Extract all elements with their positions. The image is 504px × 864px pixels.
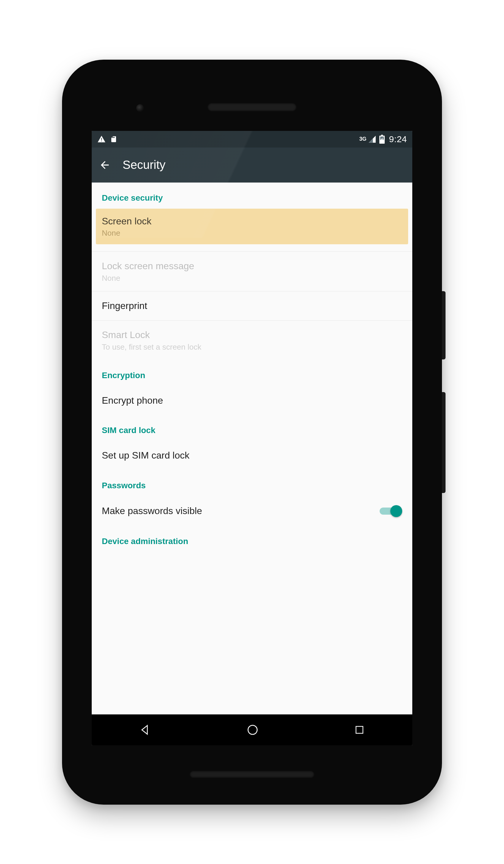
row-title: Smart Lock <box>102 329 402 341</box>
row-setup-sim-lock[interactable]: Set up SIM card lock <box>92 441 412 470</box>
section-header-device-admin: Device administration <box>92 526 412 552</box>
battery-icon <box>379 135 385 144</box>
svg-rect-1 <box>356 726 363 733</box>
status-left <box>97 135 117 143</box>
app-bar: Security <box>92 147 412 182</box>
row-subtitle: None <box>102 274 402 283</box>
switch-thumb-icon <box>390 505 402 517</box>
row-lock-screen-message: Lock screen message None <box>92 252 412 291</box>
status-right: 3G 9:24 <box>359 134 407 144</box>
warning-icon <box>97 135 106 143</box>
row-title: Fingerprint <box>102 300 402 312</box>
row-screen-lock[interactable]: Screen lock None <box>96 209 408 244</box>
nav-home-icon[interactable] <box>246 723 260 737</box>
sd-card-icon <box>110 135 117 143</box>
section-header-sim: SIM card lock <box>92 415 412 441</box>
row-title: Encrypt phone <box>102 394 402 407</box>
bottom-speaker-icon <box>190 771 314 778</box>
row-title: Set up SIM card lock <box>102 449 402 462</box>
row-passwords-visible[interactable]: Make passwords visible <box>92 496 412 526</box>
status-clock: 9:24 <box>389 134 407 144</box>
row-fingerprint[interactable]: Fingerprint <box>92 291 412 321</box>
navigation-bar <box>92 715 412 745</box>
section-header-device-security: Device security <box>92 182 412 209</box>
row-title: Screen lock <box>102 215 402 228</box>
passwords-visible-switch[interactable] <box>380 505 402 518</box>
row-subtitle: To use, first set a screen lock <box>102 343 402 352</box>
row-title: Lock screen message <box>102 260 402 273</box>
power-button-icon <box>442 291 445 359</box>
speaker-grille-icon <box>207 103 297 111</box>
back-arrow-icon[interactable] <box>99 159 111 171</box>
nav-back-icon[interactable] <box>139 723 152 736</box>
row-encrypt-phone[interactable]: Encrypt phone <box>92 386 412 415</box>
phone-frame: 3G 9:24 Security Device security <box>62 60 442 805</box>
status-bar: 3G 9:24 <box>92 131 412 147</box>
section-header-encryption: Encryption <box>92 360 412 386</box>
volume-button-icon <box>442 392 445 493</box>
front-camera-icon <box>136 104 144 112</box>
row-title: Make passwords visible <box>102 505 380 517</box>
svg-point-0 <box>248 725 257 734</box>
nav-recent-icon[interactable] <box>353 724 365 736</box>
cellular-signal-icon <box>368 135 377 143</box>
screen: 3G 9:24 Security Device security <box>92 131 412 745</box>
row-subtitle: None <box>102 229 402 238</box>
row-smart-lock: Smart Lock To use, first set a screen lo… <box>92 321 412 360</box>
page-title: Security <box>123 158 166 171</box>
network-type-label: 3G <box>359 136 367 142</box>
section-header-passwords: Passwords <box>92 470 412 496</box>
settings-list[interactable]: Device security Screen lock None Lock sc… <box>92 182 412 715</box>
